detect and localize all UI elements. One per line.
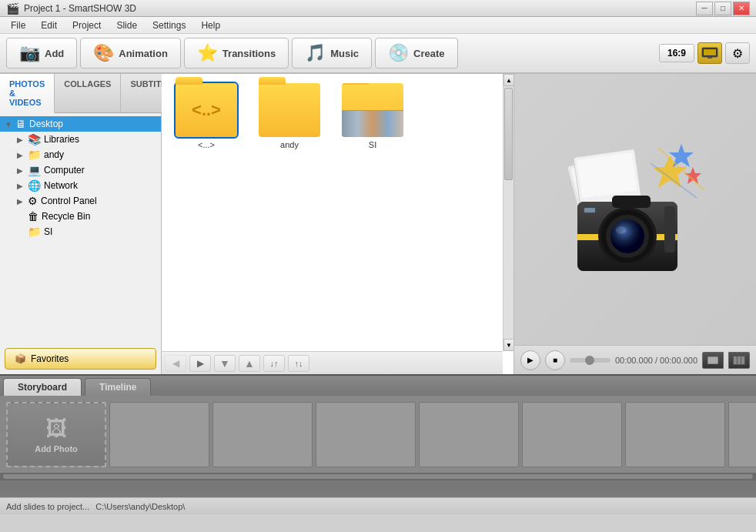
progress-thumb[interactable] xyxy=(585,356,594,365)
storyboard-tabs: Storyboard Timeline xyxy=(0,376,756,396)
back-button[interactable]: ◀ xyxy=(165,355,186,372)
menu-help[interactable]: Help xyxy=(193,18,228,32)
music-icon: 🎵 xyxy=(305,43,326,63)
favorites-button[interactable]: 📦 Favorites xyxy=(5,348,156,370)
favorites-label: Favorites xyxy=(31,353,69,364)
tree-item-libraries[interactable]: ▶ 📚 Libraries xyxy=(12,132,161,147)
menu-slide[interactable]: Slide xyxy=(109,18,145,32)
slide-slot-6[interactable] xyxy=(625,402,725,467)
recycle-bin-icon: 🗑 xyxy=(28,210,38,223)
storyboard-area: Storyboard Timeline 🖼 Add Photo xyxy=(0,374,756,497)
filmstrip-view-button[interactable] xyxy=(728,352,750,369)
folder-si-item[interactable]: SI xyxy=(334,80,411,152)
slide-slot-1[interactable] xyxy=(109,402,209,467)
export-button[interactable]: ↑↓ xyxy=(288,355,309,372)
content-tabs: PHOTOS & VIDEOS COLLAGES SUBTITLES TITLE… xyxy=(0,74,161,113)
title-bar: 🎬 Project 1 - SmartSHOW 3D ─ □ ✕ xyxy=(0,0,756,17)
animation-button[interactable]: 🎨 Animation xyxy=(80,38,181,69)
tree-label-network: Network xyxy=(44,180,78,191)
maximize-button[interactable]: □ xyxy=(714,2,731,15)
menu-bar: File Edit Project Slide Settings Help xyxy=(0,17,756,34)
menu-settings[interactable]: Settings xyxy=(145,18,193,32)
tree-item-network[interactable]: ▶ 🌐 Network xyxy=(12,178,161,193)
tab-photos-videos[interactable]: PHOTOS & VIDEOS xyxy=(0,74,55,113)
add-label: Add xyxy=(45,48,64,59)
slide-slot-2[interactable] xyxy=(212,402,313,467)
navigation-bar: ◀ ▶ ▼ ▲ ↓↑ ↑↓ xyxy=(162,351,503,374)
tree-item-control-panel[interactable]: ▶ ⚙ Control Panel xyxy=(12,193,161,209)
desktop-icon: 🖥 xyxy=(15,118,26,130)
menu-project[interactable]: Project xyxy=(65,18,109,32)
tree-item-si[interactable]: ▶ 📁 SI xyxy=(12,224,161,239)
app-icon: 🎬 xyxy=(6,2,19,15)
folder-up-icon: <..> xyxy=(176,83,237,137)
move-down-button[interactable]: ▼ xyxy=(214,355,236,372)
svg-point-19 xyxy=(610,219,644,253)
monitor-button[interactable] xyxy=(697,42,722,64)
menu-edit[interactable]: Edit xyxy=(33,18,65,32)
menu-file[interactable]: File xyxy=(3,18,33,32)
scroll-up-button[interactable]: ▲ xyxy=(503,74,513,86)
tree-label-andy: andy xyxy=(44,149,64,160)
tab-collages[interactable]: COLLAGES xyxy=(55,74,121,112)
computer-icon: 💻 xyxy=(28,164,41,176)
browser-content: <..> <...> andy SI xyxy=(162,74,503,351)
preview-strip xyxy=(342,110,403,137)
network-icon: 🌐 xyxy=(28,179,41,192)
svg-rect-6 xyxy=(577,152,637,199)
tree-label-control-panel: Control Panel xyxy=(41,196,97,206)
browser-scrollbar: ▲ ▼ xyxy=(503,74,513,351)
scroll-down-button[interactable]: ▼ xyxy=(503,339,513,351)
scroll-track[interactable] xyxy=(503,86,513,339)
forward-button[interactable]: ▶ xyxy=(189,355,211,372)
svg-rect-1 xyxy=(704,49,716,55)
svg-point-20 xyxy=(616,226,627,234)
move-up-button[interactable]: ▲ xyxy=(239,355,260,372)
camera-graphic xyxy=(550,125,720,294)
ratio-button[interactable]: 16:9 xyxy=(659,44,694,62)
tab-storyboard[interactable]: Storyboard xyxy=(3,378,82,396)
play-button[interactable]: ▶ xyxy=(520,350,540,370)
folder-up-item[interactable]: <..> <...> xyxy=(168,80,245,152)
stop-button[interactable]: ■ xyxy=(545,350,565,370)
progress-bar[interactable] xyxy=(570,358,610,363)
music-button[interactable]: 🎵 Music xyxy=(292,38,372,69)
tab-timeline[interactable]: Timeline xyxy=(85,378,151,396)
close-button[interactable]: ✕ xyxy=(733,2,750,15)
add-photo-label: Add Photo xyxy=(35,444,78,453)
andy-folder-icon: 📁 xyxy=(28,149,41,161)
tree-label-computer: Computer xyxy=(44,165,85,176)
thumbnail-view-button[interactable] xyxy=(702,352,724,369)
tree-item-desktop[interactable]: ▼ 🖥 Desktop xyxy=(0,116,161,132)
slide-slot-3[interactable] xyxy=(316,402,416,467)
status-path: C:\Users\andy\Desktop\ xyxy=(95,502,185,511)
create-button[interactable]: 💿 Create xyxy=(375,38,457,69)
filmstrip-scrollbar-track[interactable] xyxy=(3,474,753,479)
import-button[interactable]: ↓↑ xyxy=(263,355,285,372)
svg-rect-21 xyxy=(664,206,675,253)
si-folder-icon: 📁 xyxy=(28,226,41,238)
scroll-thumb[interactable] xyxy=(504,88,513,180)
slide-slot-7[interactable] xyxy=(728,402,756,467)
folder-up-label: <...> xyxy=(198,140,215,149)
toolbar: 📷 Add 🎨 Animation ⭐ Transitions 🎵 Music … xyxy=(0,34,756,74)
animation-icon: 🎨 xyxy=(93,43,114,63)
tree-item-recycle-bin[interactable]: ▶ 🗑 Recycle Bin xyxy=(12,209,161,224)
transitions-label: Transitions xyxy=(222,48,276,59)
gear-icon: ⚙ xyxy=(732,46,743,61)
libraries-icon: 📚 xyxy=(28,133,41,146)
slide-slot-4[interactable] xyxy=(419,402,519,467)
folder-andy-item[interactable]: andy xyxy=(251,80,328,152)
add-button[interactable]: 📷 Add xyxy=(6,38,77,69)
status-text: Add slides to project... xyxy=(6,502,89,511)
settings-button[interactable]: ⚙ xyxy=(725,42,750,64)
folder-andy-icon xyxy=(259,83,320,137)
slide-slot-5[interactable] xyxy=(522,402,622,467)
tree-item-computer[interactable]: ▶ 💻 Computer xyxy=(12,162,161,178)
tree-item-andy[interactable]: ▶ 📁 andy xyxy=(12,147,161,162)
transitions-button[interactable]: ⭐ Transitions xyxy=(184,38,289,69)
minimize-button[interactable]: ─ xyxy=(696,2,713,15)
folder-si-icon xyxy=(342,83,403,137)
tree-label-desktop: Desktop xyxy=(29,119,63,129)
add-photo-slot[interactable]: 🖼 Add Photo xyxy=(6,402,106,467)
